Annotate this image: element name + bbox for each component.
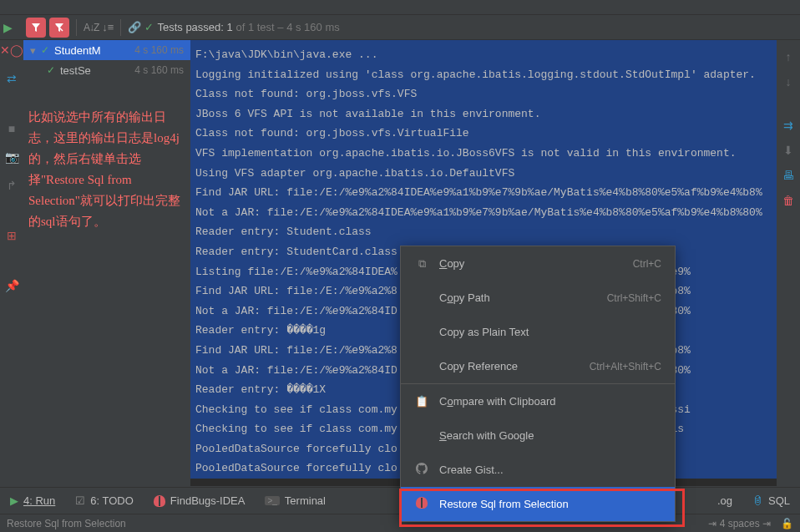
close-icon[interactable]: ✕◯	[0, 43, 23, 57]
tree-item-test[interactable]: ✓ testSe 4 s 160 ms	[23, 60, 190, 80]
link-icon[interactable]: 🔗	[128, 21, 141, 33]
camera-icon[interactable]: 📷	[5, 150, 19, 164]
indent-indicator[interactable]: ⇥ 4 spaces ⇥	[708, 518, 771, 529]
menu-item[interactable]: Copy ReferenceCtrl+Alt+Shift+C	[401, 349, 675, 383]
menu-item[interactable]: 📋Compare with Clipboard	[401, 384, 675, 418]
pass-icon: ✓	[41, 44, 49, 56]
wrap-icon[interactable]: ⇉	[783, 119, 793, 132]
right-gutter: ↑ ↓ ⇉ ⬇ 🖶 🗑	[777, 40, 800, 486]
tab-todo[interactable]: ☑6: TODO	[75, 494, 134, 507]
tab-sql[interactable]: 🛢SQL	[752, 494, 790, 507]
print-icon[interactable]: 🖶	[782, 169, 794, 182]
sort-az-icon[interactable]: A↓Z	[84, 22, 99, 33]
ladybug-icon	[154, 495, 165, 507]
tab-terminal[interactable]: >_Terminal	[265, 494, 326, 507]
menu-item[interactable]: Copy PathCtrl+Shift+C	[401, 281, 675, 315]
filter-icon-2[interactable]	[49, 18, 69, 38]
annotation-text: 比如说选中所有的输出日志，这里的输出日志是log4j的，然后右键单击选择"Res…	[28, 107, 187, 232]
status-text: Restore Sql from Selection	[7, 518, 126, 529]
menu-item[interactable]: Search with Google	[401, 418, 675, 453]
exit-icon[interactable]: ↱	[7, 179, 17, 192]
menu-item[interactable]: Create Gist...	[401, 453, 675, 487]
lock-icon[interactable]: 🔓	[781, 518, 793, 529]
test-tree: ▾ ✓ StudentM 4 s 160 ms ✓ testSe 4 s 160…	[23, 40, 190, 486]
test-status: Tests passed: 1 of 1 test – 4 s 160 ms	[157, 21, 339, 33]
divider	[120, 19, 121, 36]
menu-item[interactable]: Copy as Plain Text	[401, 315, 675, 349]
sort-order-icon[interactable]: ↓≡	[102, 21, 114, 33]
tree-item-root[interactable]: ▾ ✓ StudentM 4 s 160 ms	[23, 40, 190, 60]
rerun-icon[interactable]: ⇄	[7, 72, 17, 85]
menu-item[interactable]: ⧉CopyCtrl+C	[401, 246, 675, 281]
left-gutter: ✕◯ ⇄ ■ 📷 ↱ ⊞ 📌	[0, 40, 23, 486]
run-icon[interactable]: ▶	[3, 21, 13, 34]
delete-icon[interactable]: 🗑	[782, 194, 794, 207]
tab-findbugs[interactable]: FindBugs-IDEA	[154, 494, 246, 507]
filter-icon-1[interactable]	[26, 18, 46, 38]
check-icon: ✓	[144, 21, 154, 33]
tab-run[interactable]: ▶4: Run	[10, 494, 55, 507]
down-icon[interactable]: ↓	[786, 75, 792, 89]
pass-icon: ✓	[47, 64, 55, 76]
download-icon[interactable]: ⬇	[783, 144, 793, 157]
pin-icon[interactable]: 📌	[5, 279, 19, 292]
context-menu: ⧉CopyCtrl+CCopy PathCtrl+Shift+CCopy as …	[400, 246, 676, 522]
layout-icon[interactable]: ⊞	[7, 229, 17, 242]
up-icon[interactable]: ↑	[786, 50, 792, 63]
tab-log[interactable]: .og	[717, 494, 732, 507]
stop-icon[interactable]: ■	[8, 122, 15, 135]
test-toolbar: ▶ A↓Z ↓≡ 🔗 ✓ Tests passed: 1 of 1 test –…	[0, 15, 800, 40]
divider	[76, 19, 77, 36]
menu-item[interactable]: Restore Sql from Selection	[401, 487, 675, 521]
title-bar	[0, 0, 800, 15]
